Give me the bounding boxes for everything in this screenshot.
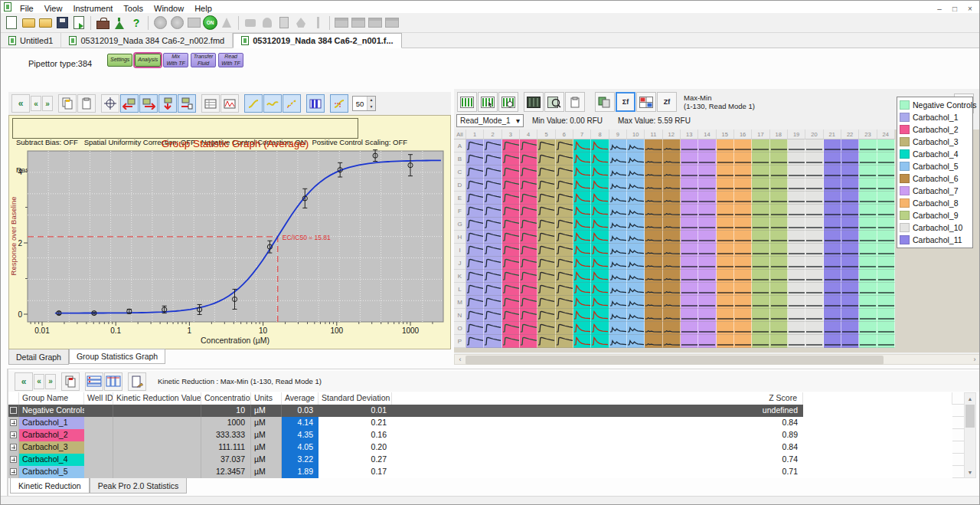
plate-column-header-19[interactable]: 19 <box>788 130 805 139</box>
well-J2[interactable] <box>484 257 501 270</box>
well-L24[interactable] <box>877 283 895 296</box>
well-O2[interactable] <box>484 322 501 335</box>
well-K19[interactable] <box>788 270 805 283</box>
well-A20[interactable] <box>805 139 823 152</box>
well-B15[interactable] <box>717 152 734 166</box>
plate-row-header-C[interactable]: C <box>454 166 466 179</box>
well-I17[interactable] <box>752 244 769 257</box>
well-N18[interactable] <box>770 309 788 322</box>
well-L7[interactable] <box>573 283 591 296</box>
well-A16[interactable] <box>734 139 752 152</box>
well-L23[interactable] <box>859 283 877 296</box>
well-M9[interactable] <box>609 296 627 309</box>
well-L9[interactable] <box>609 283 627 296</box>
curve-scatter-icon[interactable] <box>283 94 301 113</box>
new-document-icon[interactable] <box>4 15 19 31</box>
on-button-icon[interactable]: ON <box>203 15 217 30</box>
well-C8[interactable] <box>591 166 609 179</box>
well-E18[interactable] <box>770 192 788 205</box>
well-A2[interactable] <box>484 139 501 152</box>
well-C11[interactable] <box>645 166 662 179</box>
well-I3[interactable] <box>502 244 520 257</box>
well-F23[interactable] <box>859 205 877 218</box>
well-J22[interactable] <box>841 257 859 270</box>
well-D23[interactable] <box>859 179 877 192</box>
plate-column-header-20[interactable]: 20 <box>805 130 823 139</box>
analysis-button[interactable]: Analysis <box>135 54 161 67</box>
well-M2[interactable] <box>484 296 501 309</box>
plate-column-header-21[interactable]: 21 <box>824 130 841 139</box>
sigma-fx-icon[interactable]: Σf <box>616 92 635 112</box>
well-J14[interactable] <box>698 257 716 270</box>
well-P17[interactable] <box>752 335 769 348</box>
plate-column-header-2[interactable]: 2 <box>484 130 501 139</box>
well-N6[interactable] <box>556 309 573 322</box>
well-I18[interactable] <box>770 244 788 257</box>
legend-item[interactable]: Carbachol_4 <box>900 148 972 160</box>
well-G15[interactable] <box>717 218 734 231</box>
well-B6[interactable] <box>556 152 573 166</box>
well-G11[interactable] <box>645 218 662 231</box>
well-J12[interactable] <box>663 257 681 270</box>
plate-column-header-16[interactable]: 16 <box>734 130 752 139</box>
well-K17[interactable] <box>752 270 769 283</box>
plate-column-header-10[interactable]: 10 <box>627 130 645 139</box>
well-N8[interactable] <box>591 309 609 322</box>
well-N14[interactable] <box>698 309 716 322</box>
well-N9[interactable] <box>609 309 627 322</box>
well-M17[interactable] <box>752 296 769 309</box>
plate-column-header-6[interactable]: 6 <box>556 130 573 139</box>
well-A5[interactable] <box>537 139 555 152</box>
well-K21[interactable] <box>824 270 841 283</box>
well-C10[interactable] <box>627 166 645 179</box>
table-row-negative-controls[interactable]: Negative Controls10µM0.030.01undefined <box>8 405 964 417</box>
row-expand-toggle[interactable] <box>8 429 19 441</box>
well-B2[interactable] <box>484 152 501 166</box>
well-O7[interactable] <box>573 322 591 335</box>
well-G8[interactable] <box>591 218 609 231</box>
ec50-fit-icon[interactable] <box>330 94 348 113</box>
select-wells-right-icon[interactable] <box>139 94 158 113</box>
well-F7[interactable] <box>573 205 591 218</box>
well-A8[interactable] <box>591 139 609 152</box>
well-D4[interactable] <box>520 179 537 192</box>
plate-column-header-18[interactable]: 18 <box>770 130 788 139</box>
history-forward-icon[interactable]: » <box>45 374 56 389</box>
well-C15[interactable] <box>717 166 734 179</box>
well-O11[interactable] <box>645 322 662 335</box>
wash-tips-icon[interactable] <box>293 15 309 31</box>
well-C4[interactable] <box>520 166 537 179</box>
column-layout-icon[interactable] <box>104 372 122 391</box>
well-J17[interactable] <box>752 257 769 270</box>
well-J20[interactable] <box>805 257 823 270</box>
import-file-icon[interactable] <box>38 15 53 31</box>
well-N15[interactable] <box>717 309 734 322</box>
well-J19[interactable] <box>788 257 805 270</box>
well-K15[interactable] <box>717 270 734 283</box>
well-I2[interactable] <box>484 244 501 257</box>
plate-view-pan-icon[interactable] <box>498 92 518 112</box>
well-B21[interactable] <box>824 152 841 166</box>
well-N19[interactable] <box>788 309 805 322</box>
well-K11[interactable] <box>645 270 662 283</box>
well-C23[interactable] <box>859 166 877 179</box>
plate-corner-all[interactable]: All <box>454 130 466 139</box>
well-B19[interactable] <box>788 152 805 166</box>
well-P7[interactable] <box>573 335 591 348</box>
plate-row-header-M[interactable]: M <box>454 296 466 309</box>
toolbox-icon[interactable] <box>95 15 110 31</box>
well-G3[interactable] <box>502 218 520 231</box>
plate-row-header-O[interactable]: O <box>454 322 466 335</box>
well-I14[interactable] <box>698 244 716 257</box>
well-L2[interactable] <box>484 283 501 296</box>
well-K10[interactable] <box>627 270 645 283</box>
well-E12[interactable] <box>663 192 681 205</box>
plate-column-header-7[interactable]: 7 <box>573 130 591 139</box>
plate-view-select-icon[interactable] <box>478 92 498 112</box>
plate-stack-icon-3[interactable] <box>368 15 383 31</box>
well-P14[interactable] <box>698 335 716 348</box>
well-B16[interactable] <box>734 152 752 166</box>
well-G23[interactable] <box>859 218 877 231</box>
well-M8[interactable] <box>591 296 609 309</box>
stop-button-icon[interactable] <box>152 15 168 31</box>
